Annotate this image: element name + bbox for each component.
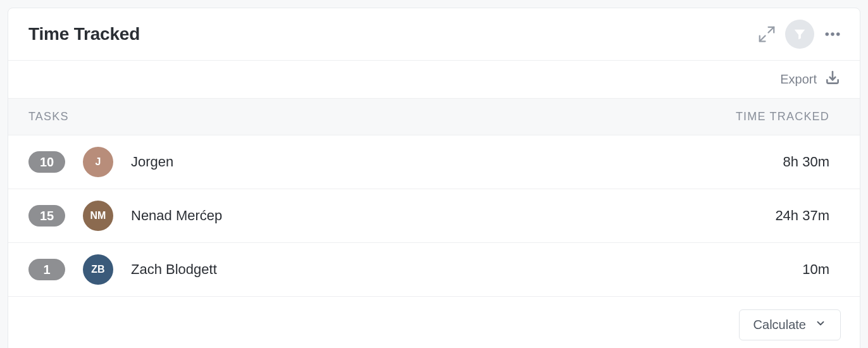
calculate-label: Calculate <box>753 318 806 332</box>
time-tracked-value: 8h 30m <box>783 154 829 170</box>
page-title: Time Tracked <box>28 24 140 44</box>
filter-button[interactable] <box>785 20 814 49</box>
row-left: 10JJorgen <box>28 147 173 177</box>
time-tracked-value: 24h 37m <box>775 208 829 224</box>
table-body: 10JJorgen8h 30m15NMNenad Merćep24h 37m1Z… <box>8 135 860 297</box>
card-header: Time Tracked <box>8 8 860 61</box>
svg-point-4 <box>836 32 840 36</box>
svg-point-2 <box>826 32 829 36</box>
avatar[interactable]: ZB <box>83 254 113 285</box>
table-header: TASKS TIME TRACKED <box>8 99 860 135</box>
table-row[interactable]: 10JJorgen8h 30m <box>8 135 860 189</box>
column-tasks: TASKS <box>28 110 69 123</box>
avatar[interactable]: J <box>83 147 113 177</box>
task-count-badge[interactable]: 1 <box>28 259 65 280</box>
time-tracked-value: 10m <box>802 261 829 278</box>
avatar[interactable]: NM <box>83 201 113 231</box>
svg-line-0 <box>769 27 774 33</box>
row-left: 15NMNenad Merćep <box>28 201 222 231</box>
footer-bar: Calculate <box>8 297 860 348</box>
task-count-badge[interactable]: 10 <box>28 151 65 173</box>
expand-icon[interactable] <box>757 25 776 44</box>
person-name: Jorgen <box>131 154 173 170</box>
row-left: 1ZBZach Blodgett <box>28 254 217 285</box>
chevron-down-icon <box>815 318 826 332</box>
person-name: Nenad Merćep <box>131 208 222 224</box>
time-tracked-card: Time Tracked <box>8 8 860 348</box>
task-count-badge[interactable]: 15 <box>28 205 65 227</box>
column-time-tracked: TIME TRACKED <box>736 110 829 123</box>
export-label: Export <box>780 72 817 87</box>
download-icon <box>824 70 841 89</box>
header-actions <box>757 20 842 49</box>
more-icon[interactable] <box>823 25 842 44</box>
person-name: Zach Blodgett <box>131 261 217 278</box>
svg-line-1 <box>760 36 766 42</box>
export-button[interactable]: Export <box>8 61 860 99</box>
calculate-button[interactable]: Calculate <box>739 309 841 340</box>
table-row[interactable]: 1ZBZach Blodgett10m <box>8 243 860 297</box>
svg-point-3 <box>831 32 834 36</box>
table-row[interactable]: 15NMNenad Merćep24h 37m <box>8 189 860 243</box>
